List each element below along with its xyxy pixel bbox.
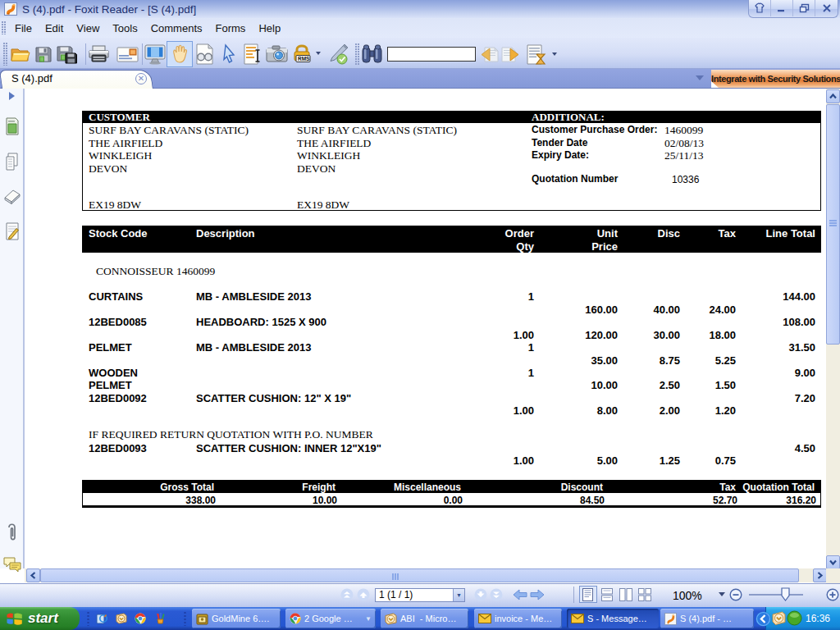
svg-text:RMS: RMS (298, 56, 310, 62)
